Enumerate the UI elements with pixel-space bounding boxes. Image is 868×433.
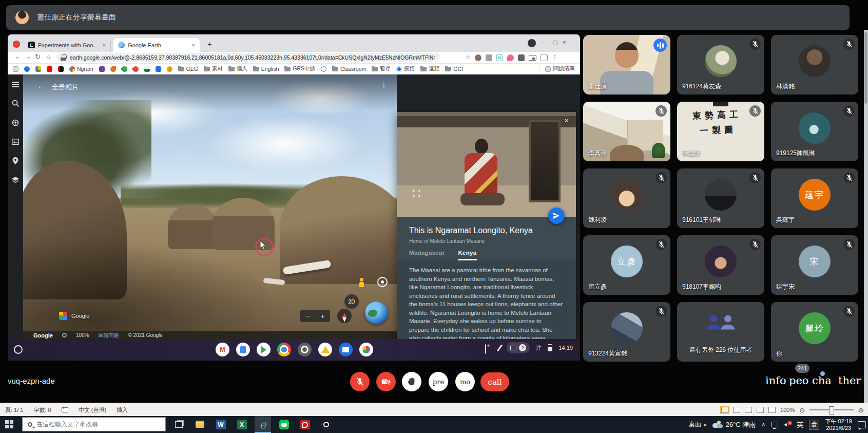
action-center-icon[interactable] <box>858 421 866 428</box>
outline-view-button[interactable] <box>757 407 764 413</box>
explorer-taskbar-icon[interactable] <box>191 416 208 433</box>
extensions-puzzle-icon[interactable] <box>541 54 548 61</box>
present-button[interactable]: pre <box>429 372 448 391</box>
bookmark-icon[interactable] <box>122 66 127 72</box>
reload-icon[interactable]: ↻ <box>35 53 41 61</box>
weather-widget[interactable]: 26°C 陣雨 <box>712 420 756 429</box>
keyboard-language[interactable]: 英 <box>797 420 803 429</box>
compass-icon[interactable] <box>337 309 352 323</box>
menu-icon[interactable] <box>12 82 19 87</box>
bookmark-icon[interactable] <box>321 66 326 72</box>
pegman-icon[interactable] <box>358 278 365 287</box>
hidden-icons-chevron[interactable]: ∧ <box>761 421 765 428</box>
2d-button[interactable]: 2D <box>344 294 359 309</box>
new-tab-button[interactable]: + <box>207 40 212 48</box>
bookmark-icon[interactable] <box>144 66 150 72</box>
close-card-icon[interactable]: × <box>564 116 569 125</box>
zoom-control[interactable]: −+ <box>300 310 330 322</box>
bookmark-star-icon[interactable]: ☆ <box>465 53 471 61</box>
chrome-app-icon[interactable] <box>277 343 291 356</box>
chat-button[interactable]: cha <box>812 374 832 387</box>
bookmark-item[interactable]: GEG <box>178 66 198 72</box>
settings-app-icon[interactable] <box>298 343 312 356</box>
tab-google-earth[interactable]: Google Earth × <box>113 38 200 52</box>
participant-tile[interactable]: 宋鎮宇宋 <box>771 235 858 295</box>
search-input[interactable] <box>35 420 150 428</box>
globe-view-button[interactable] <box>365 302 388 324</box>
close-tab-icon[interactable]: × <box>103 42 106 48</box>
participant-tile[interactable]: 913224黃宣銘 <box>583 302 670 362</box>
shelf-status-tray[interactable]: 2 注 14:19 <box>485 342 573 353</box>
participant-tile[interactable]: 蘊宇吳蘊宇 <box>771 168 858 228</box>
participant-tile[interactable]: 918107李姵昀 <box>677 235 764 295</box>
street-view-panorama[interactable]: ← 全景相片 ⋮ 2D −+ Google <box>23 74 397 331</box>
word-taskbar-icon[interactable] <box>213 416 229 433</box>
bookmark-item[interactable]: 暫存 <box>372 65 391 72</box>
fullscreen-icon[interactable] <box>413 190 420 197</box>
back-arrow-icon[interactable]: ← <box>37 82 45 90</box>
tab-experiments[interactable]: E Experiments with Google × <box>24 38 111 52</box>
extension-icon[interactable] <box>486 54 492 61</box>
participant-tile[interactable]: 916124蔡友森 <box>677 35 764 95</box>
files-app-icon[interactable] <box>339 343 353 356</box>
launcher-icon[interactable] <box>14 345 23 354</box>
browser-menu-icon[interactable]: ⋮ <box>552 54 558 61</box>
stylus-icon[interactable] <box>497 344 503 351</box>
end-call-button[interactable]: call <box>480 372 509 391</box>
bookmark-icon[interactable] <box>35 66 41 72</box>
participant-tile[interactable]: 立彥留立彥 <box>583 235 670 295</box>
bookmark-icon[interactable] <box>58 66 64 72</box>
desktop-toolbar[interactable]: 桌面» <box>689 420 707 429</box>
raise-hand-button[interactable] <box>402 372 421 391</box>
photos-icon[interactable] <box>12 139 19 145</box>
ie-taskbar-icon[interactable] <box>255 416 271 433</box>
share-button[interactable] <box>548 208 565 224</box>
address-bar[interactable]: earth.google.com/web/@-2.8635159,37.9038… <box>56 53 440 62</box>
extension-icon[interactable]: N <box>496 54 503 61</box>
bookmark-item[interactable]: Ngram <box>69 66 93 72</box>
line-taskbar-icon[interactable] <box>276 416 292 433</box>
bookmark-icon[interactable] <box>13 66 18 72</box>
zoom-out-button[interactable]: ⊖ <box>799 406 805 414</box>
participant-tile[interactable]: 916101王郁琳 <box>677 168 764 228</box>
window-switcher[interactable]: 2 <box>507 342 530 353</box>
bookmark-item[interactable]: Classroom <box>332 66 366 72</box>
word-language[interactable]: 中文 (台灣) <box>79 406 106 414</box>
bookmark-icon[interactable] <box>47 66 52 72</box>
docs-app-icon[interactable] <box>236 343 250 356</box>
tab-kenya[interactable]: Kenya <box>458 250 476 260</box>
speaker-muted-icon[interactable] <box>784 422 791 428</box>
more-options-icon[interactable]: ⋮ <box>380 81 388 89</box>
screen-capture-icon[interactable] <box>485 345 493 351</box>
extension-icon[interactable] <box>507 54 514 61</box>
mic-toggle-button[interactable] <box>350 372 370 391</box>
more-options-button[interactable]: mo <box>455 372 475 391</box>
bookmark-item[interactable]: 個人 <box>228 65 247 72</box>
reading-list-button[interactable]: 閱讀清單 <box>539 65 575 72</box>
extension-icon[interactable] <box>475 54 481 61</box>
back-icon[interactable]: ← <box>14 53 21 61</box>
layers-icon[interactable] <box>12 177 19 183</box>
proofing-icon[interactable] <box>62 407 68 412</box>
zoom-out-icon[interactable]: − <box>306 312 310 320</box>
voyager-icon[interactable] <box>12 119 19 126</box>
participant-tile[interactable]: 東勢高工一製圖張志隆 <box>677 102 764 161</box>
bookmark-item[interactable]: 疫情 <box>396 65 415 72</box>
bookmark-item[interactable]: 遠距 <box>420 65 439 72</box>
close-window-icon[interactable]: × <box>563 39 566 45</box>
play-app-icon[interactable] <box>257 343 271 356</box>
excel-taskbar-icon[interactable] <box>234 416 250 433</box>
bookmark-icon[interactable] <box>167 66 172 72</box>
scrollbar[interactable] <box>864 30 868 404</box>
obs-taskbar-icon[interactable] <box>318 416 334 433</box>
camera-toggle-button[interactable] <box>376 372 396 391</box>
read-mode-view-button[interactable] <box>721 407 728 413</box>
zoom-slider[interactable] <box>809 409 854 410</box>
participant-tile[interactable]: 還有另外 226 位使用者 <box>677 302 764 362</box>
bookmark-item[interactable]: English <box>253 66 279 72</box>
zoom-in-button[interactable]: ⊕ <box>858 406 864 414</box>
participant-tile[interactable]: 919125陳凱琳 <box>771 102 858 161</box>
taskbar-clock[interactable]: 下午 02:192021/6/23 <box>825 418 852 431</box>
word-insert-mode[interactable]: 插入 <box>117 406 128 414</box>
windows-start-icon[interactable] <box>5 420 13 428</box>
